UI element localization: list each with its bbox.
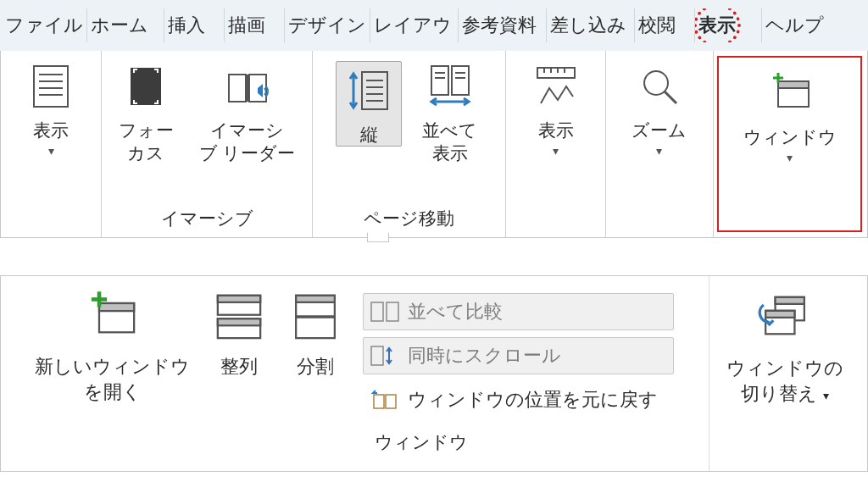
- tab-references[interactable]: 参考資料: [459, 8, 547, 42]
- tab-mailings[interactable]: 差し込み: [547, 8, 635, 42]
- tab-layout[interactable]: レイアウト: [370, 8, 459, 42]
- switch-windows-button[interactable]: ウィンドウの 切り替え ▾: [726, 291, 843, 406]
- compare-icon: [370, 300, 399, 324]
- group-page-movement: 縦 並べて 表示 ページ移動: [313, 51, 507, 237]
- reset-position-icon: [370, 388, 399, 412]
- svg-line-26: [665, 91, 676, 103]
- tab-insert[interactable]: 挿入: [164, 8, 225, 42]
- view-side-by-side-button[interactable]: 並べて比較: [363, 293, 674, 330]
- vertical-button[interactable]: 縦: [336, 61, 402, 147]
- tab-help[interactable]: ヘルプ: [762, 8, 835, 42]
- show-toggles-button[interactable]: 表示: [527, 61, 585, 158]
- svg-rect-8: [362, 72, 387, 109]
- window-submenu: 新しいウィンドウ を開く 整列 分割 並: [0, 275, 868, 472]
- ruler-grid-icon: [532, 63, 580, 110]
- book-speaker-icon: [224, 63, 271, 110]
- window-group-label: ウィンドウ: [363, 430, 674, 454]
- tab-view[interactable]: 表示: [695, 8, 762, 42]
- group-zoom: ズーム .: [606, 51, 714, 237]
- svg-rect-14: [452, 66, 469, 95]
- switch-windows-label: ウィンドウの 切り替え ▾: [726, 356, 843, 406]
- svg-rect-42: [371, 302, 383, 321]
- immersive-reader-button[interactable]: イマーシ ブ リーダー: [194, 61, 301, 165]
- group-window: ウィンドウ .: [717, 56, 862, 232]
- svg-rect-46: [374, 395, 384, 408]
- sync-scroll-button[interactable]: 同時にスクロール: [363, 337, 674, 374]
- arrange-all-button[interactable]: 整列: [212, 290, 266, 471]
- svg-rect-32: [99, 303, 134, 311]
- switch-windows-icon: [758, 291, 812, 346]
- ribbon-view: 表示 . フォー カス: [0, 51, 868, 238]
- magnifier-icon: [636, 63, 683, 110]
- svg-rect-28: [778, 81, 809, 88]
- zoom-label: ズーム: [632, 119, 687, 158]
- new-window-label: 新しいウィンドウ を開く: [35, 354, 190, 404]
- svg-rect-13: [431, 66, 448, 95]
- group-show-toggles: 表示 .: [506, 51, 605, 237]
- tab-home[interactable]: ホーム: [87, 8, 164, 42]
- window-submenu-left: 新しいウィンドウ を開く 整列 分割: [1, 276, 358, 471]
- show-toggles-label: 表示: [538, 119, 574, 158]
- svg-rect-40: [296, 296, 335, 302]
- document-lines-icon: [27, 63, 75, 110]
- svg-rect-36: [218, 296, 260, 302]
- new-window-button[interactable]: 新しいウィンドウ を開く: [35, 290, 190, 471]
- new-window-icon: [766, 69, 814, 117]
- svg-rect-49: [776, 297, 804, 304]
- svg-rect-44: [371, 346, 383, 365]
- reset-window-position-label: ウィンドウの位置を元に戻す: [408, 387, 658, 413]
- svg-point-25: [644, 71, 668, 95]
- focus-icon: [122, 63, 170, 110]
- svg-rect-38: [218, 318, 260, 325]
- svg-rect-0: [34, 66, 68, 107]
- group-immersive: フォー カス イマーシ ブ リーダー イマーシブ: [102, 51, 313, 237]
- focus-button[interactable]: フォー カス: [114, 61, 179, 165]
- reset-window-position-button[interactable]: ウィンドウの位置を元に戻す: [363, 381, 674, 418]
- views-label: 表示: [33, 119, 69, 158]
- focus-label: フォー カス: [119, 119, 174, 165]
- window-button[interactable]: ウィンドウ: [738, 68, 842, 165]
- arrange-all-label: 整列: [220, 354, 258, 379]
- svg-rect-47: [386, 395, 396, 408]
- window-submenu-right: ウィンドウの 切り替え ▾: [709, 276, 867, 471]
- group-page-movement-label: ページ移動: [364, 202, 454, 237]
- tab-file[interactable]: ファイル: [2, 8, 87, 42]
- sync-scroll-label: 同時にスクロール: [408, 343, 561, 368]
- tab-draw[interactable]: 描画: [225, 8, 285, 42]
- split-label: 分割: [297, 354, 334, 379]
- view-side-by-side-label: 並べて比較: [408, 299, 503, 324]
- side-by-side-label: 並べて 表示: [422, 119, 477, 165]
- arrange-icon: [212, 290, 266, 344]
- group-immersive-label: イマーシブ: [161, 202, 253, 237]
- tab-design[interactable]: デザイン: [285, 8, 370, 42]
- pages-horizontal-icon: [426, 63, 474, 110]
- vertical-label: 縦: [360, 123, 378, 146]
- new-window-icon: [86, 290, 140, 344]
- ribbon-tabs: ファイル ホーム 挿入 描画 デザイン レイアウト 参考資料 差し込み 校閲 表…: [0, 0, 868, 51]
- svg-rect-20: [537, 68, 575, 78]
- zoom-button[interactable]: ズーム: [626, 61, 692, 158]
- page-vertical-icon: [345, 67, 392, 114]
- window-submenu-middle: 並べて比較 同時にスクロール ウィンドウの位置を元に戻す ウィンドウ: [358, 276, 682, 471]
- tab-review[interactable]: 校閲: [635, 8, 695, 42]
- svg-rect-43: [387, 302, 398, 321]
- window-label: ウィンドウ: [743, 125, 837, 165]
- svg-rect-5: [131, 68, 161, 105]
- tab-view-label: 表示: [698, 14, 736, 36]
- immersive-reader-label: イマーシ ブ リーダー: [199, 119, 296, 165]
- split-icon: [288, 290, 342, 344]
- split-button[interactable]: 分割: [288, 290, 342, 471]
- sync-scroll-icon: [370, 344, 399, 368]
- svg-rect-51: [765, 311, 794, 318]
- views-button[interactable]: 表示: [22, 61, 80, 158]
- ribbon-options-notch[interactable]: [367, 233, 389, 242]
- group-show-views: 表示 .: [1, 51, 102, 237]
- side-by-side-button[interactable]: 並べて 表示: [417, 61, 482, 165]
